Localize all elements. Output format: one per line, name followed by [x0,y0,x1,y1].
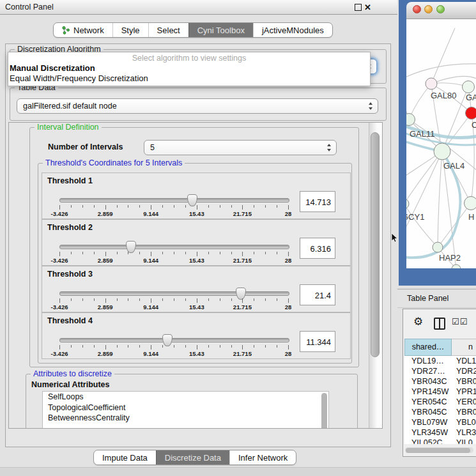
tab-impute-data[interactable]: Impute Data [94,450,156,464]
checkbox-icons[interactable]: ☑☑ [452,317,468,326]
tick-label: 15.43 [189,257,204,264]
settings-scrollpane: Interval Definition Number of Intervals … [8,122,383,429]
network-node-gcy1[interactable] [406,199,409,209]
traffic-light-minimize-icon[interactable] [424,5,433,13]
tick-mark [151,252,151,256]
table-rows: YDL19…YDL1YDR27…YDR2YBR043CYBR0YPR145WYP… [404,356,476,444]
table-row[interactable]: YBL079WYBL0 [404,417,476,427]
algorithm-option-equal-width-frequency-discretization[interactable]: Equal Width/Frequency Discretization [8,73,370,84]
threshold-slider[interactable] [59,245,289,249]
network-node-gal80[interactable] [426,78,437,89]
cell-shared-name: YER054C [404,397,452,407]
network-node-label: HAP2 [439,253,461,263]
threshold-value-field[interactable]: 11.344 [300,331,335,352]
tab-network[interactable]: Network [54,23,112,37]
table-row[interactable]: YBR043CYBR0 [404,376,476,387]
network-node-gal-cut[interactable] [463,81,475,93]
tick-mark [128,252,128,254]
table-row[interactable]: YDR27…YDR2 [404,366,476,376]
tick-mark [128,205,128,208]
network-node-label: GAL4 [443,161,464,171]
network-node-gal11[interactable] [406,114,415,126]
tab-infer-network[interactable]: Infer Network [229,450,296,464]
tab-jactivemnodules[interactable]: jActiveMNodules [253,23,332,37]
table-header: shared… n [404,339,476,356]
threshold-slider[interactable] [59,291,289,296]
cell-name: YBR0 [452,376,476,387]
table-row[interactable]: YDL19…YDL1 [404,356,476,366]
algorithm-option-manual-discretization[interactable]: Manual Discretization [8,63,370,73]
traffic-light-zoom-icon[interactable] [436,5,445,13]
control-panel-titlebar: Control Panel ✕ [0,0,397,15]
network-node-h-cut[interactable] [464,197,476,210]
tick-mark [265,205,266,208]
table-toolbar: ⚙ ☑☑ [403,309,476,337]
settings-scrollbar-thumb[interactable] [371,132,380,357]
threshold-value-field[interactable]: 21.4 [300,284,335,305]
tab-select[interactable]: Select [148,23,188,37]
network-graph[interactable]: GAL80GACGAL11GAL4GCY1HHAP2 [406,19,476,268]
table-row[interactable]: YER054CYER0 [404,397,476,407]
float-window-icon[interactable] [355,4,362,11]
thresholds-group: Threshold's Coordinates for 5 Intervals … [38,163,352,364]
network-window-titlebar[interactable] [406,2,476,19]
network-node-gal4[interactable] [434,143,450,160]
threshold-label: Threshold 3 [47,270,93,279]
column-header-name[interactable]: n [452,339,476,356]
tick-mark [197,345,197,349]
gear-icon[interactable]: ⚙ [413,316,423,328]
settings-scrollbar-track[interactable] [369,123,382,428]
attribute-item-betweennesscentrality[interactable]: BetweennessCentrality [43,413,328,424]
numerical-attributes-list[interactable]: SelfLoopsTopologicalCoefficientBetweenne… [42,391,329,429]
number-of-intervals-spinner[interactable]: 5 [144,140,337,155]
slider-tick-labels: -3.4262.8599.14415.4321.71528 [59,350,288,357]
close-icon[interactable]: ✕ [364,1,371,14]
tick-mark [220,205,220,208]
tab-style[interactable]: Style [112,23,148,37]
list-scrollbar[interactable] [321,393,327,429]
table-data-group: Table Data galFiltered.sif default node [10,88,387,121]
attribute-item-topologicalcoefficient[interactable]: TopologicalCoefficient [43,403,328,413]
tick-mark [105,345,106,349]
threshold-row-3: Threshold 3-3.4262.8599.14415.4321.71528… [42,266,351,312]
network-node-hap2[interactable] [433,242,443,252]
tick-mark [208,252,209,254]
table-row[interactable]: YPR145WYPR1 [404,387,476,397]
algorithm-placeholder-option[interactable]: Select algorithm to view settings [8,52,370,63]
tab-discretize-data[interactable]: Discretize Data [156,450,229,464]
threshold-label: Threshold 2 [47,223,93,232]
attribute-item-selfloops[interactable]: SelfLoops [43,392,328,403]
network-canvas[interactable]: GAL80GACGAL11GAL4GCY1HHAP2 [406,19,476,268]
tick-mark [288,298,289,303]
tick-mark [71,205,72,208]
tick-mark [139,298,140,301]
table-row[interactable]: YIL052CYIL0 [404,438,476,444]
cell-name: YDR2 [452,366,476,376]
tick-mark [208,205,209,208]
tick-mark [162,298,163,301]
cell-shared-name: YLR345W [404,427,452,438]
network-node-red-node[interactable] [466,107,476,119]
network-window: GAL80GACGAL11GAL4GCY1HHAP2 [406,2,476,268]
table-data-combobox[interactable]: galFiltered.sif default node [17,98,378,114]
tab-cyni-toolbox[interactable]: Cyni Toolbox [188,23,253,37]
attribute-items: SelfLoopsTopologicalCoefficientBetweenne… [43,392,328,424]
threshold-row-2: Threshold 2-3.4262.8599.14415.4321.71528… [42,219,351,266]
tick-label: 9.144 [143,303,158,311]
table-row[interactable]: YLR345WYLR3 [404,427,476,438]
tick-mark [288,252,289,256]
network-edge [431,28,455,84]
split-columns-icon[interactable] [434,318,445,330]
tick-mark [174,345,174,348]
table-row[interactable]: YBR045CYBR0 [404,407,476,417]
threshold-slider[interactable] [59,338,289,342]
threshold-value-field[interactable]: 14.713 [300,191,335,212]
column-header-shared-name[interactable]: shared… [404,339,452,356]
threshold-slider[interactable] [59,198,289,203]
table-hscrollbar[interactable] [405,447,473,453]
threshold-value-field[interactable]: 6.316 [300,238,335,259]
traffic-light-close-icon[interactable] [413,5,421,13]
table-panel-title: Table Panel [397,289,476,307]
mouse-cursor-icon [391,233,399,243]
tick-mark [82,252,83,254]
